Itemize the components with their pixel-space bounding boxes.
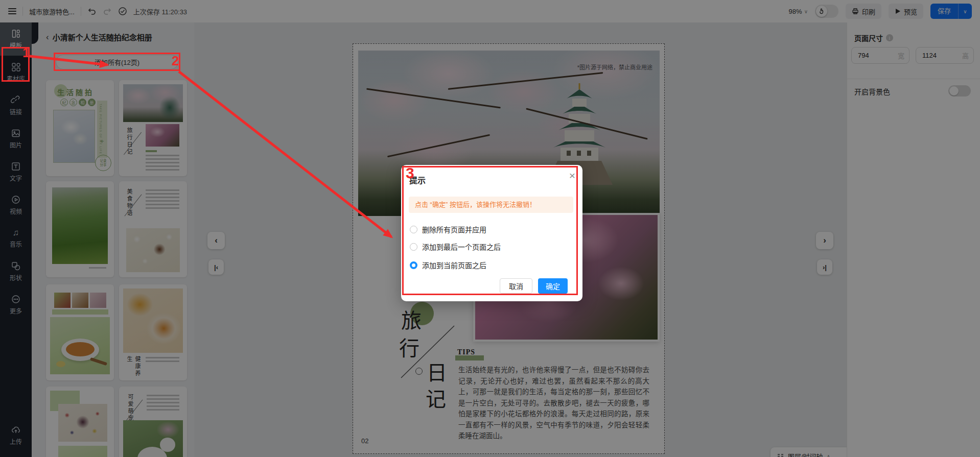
tutorial-step2-number: 2 [172, 53, 179, 69]
album-editor-app: 城市旅游特色... 上次保存 11:20:33 98% ∨ [0, 0, 980, 457]
tutorial-step2-box [54, 53, 180, 71]
tutorial-step3-number: 3 [406, 164, 414, 182]
tutorial-step1-number: 1 [22, 45, 30, 61]
tutorial-step3-box [402, 166, 578, 295]
